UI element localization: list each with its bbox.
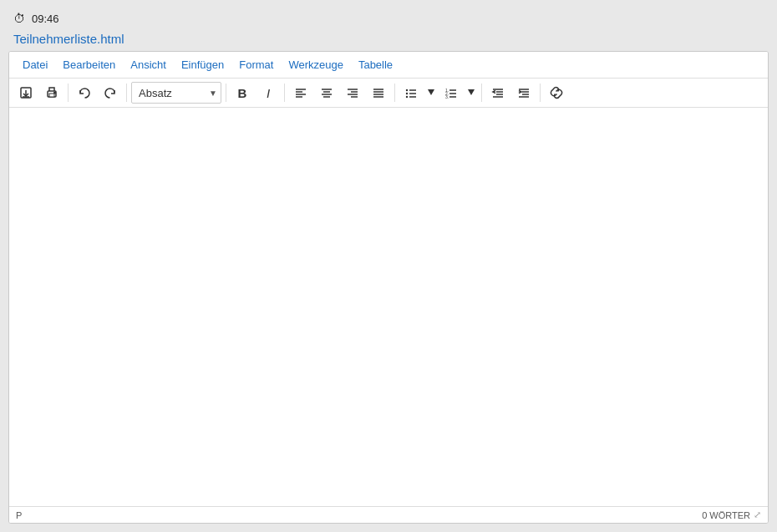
toolbar: Absatz Überschrift 1 Überschrift 2 Übers… bbox=[9, 79, 768, 108]
menu-ansicht[interactable]: Ansicht bbox=[124, 55, 173, 74]
editor-container: Datei Bearbeiten Ansicht Einfügen Format… bbox=[8, 51, 769, 524]
align-justify-button[interactable] bbox=[367, 82, 390, 104]
svg-text:3.: 3. bbox=[445, 94, 449, 99]
menu-bar: Datei Bearbeiten Ansicht Einfügen Format… bbox=[9, 52, 768, 79]
download-button[interactable] bbox=[14, 82, 38, 104]
status-bar: P 0 WÖRTER ⤢ bbox=[9, 506, 768, 523]
time-display: 09:46 bbox=[32, 13, 59, 25]
separator-3 bbox=[226, 84, 226, 102]
status-element: P bbox=[16, 510, 22, 520]
menu-werkzeuge[interactable]: Werkzeuge bbox=[282, 55, 350, 74]
redo-button[interactable] bbox=[99, 82, 122, 104]
resize-handle-icon: ⤢ bbox=[754, 509, 761, 520]
menu-datei[interactable]: Datei bbox=[16, 55, 54, 74]
menu-tabelle[interactable]: Tabelle bbox=[352, 55, 399, 74]
unordered-list-dropdown[interactable] bbox=[425, 82, 437, 104]
svg-point-5 bbox=[54, 92, 56, 94]
italic-button[interactable]: I bbox=[256, 82, 280, 104]
separator-6 bbox=[481, 84, 482, 102]
svg-rect-4 bbox=[49, 94, 54, 97]
clock-icon: ⏱ bbox=[13, 12, 25, 25]
file-title-bar: Teilnehmerliste.html bbox=[8, 30, 769, 51]
style-select-wrapper: Absatz Überschrift 1 Überschrift 2 Übers… bbox=[131, 82, 221, 104]
separator-2 bbox=[126, 84, 127, 102]
svg-point-26 bbox=[406, 96, 408, 98]
menu-bearbeiten[interactable]: Bearbeiten bbox=[56, 55, 122, 74]
separator-1 bbox=[68, 84, 69, 102]
indent-button[interactable] bbox=[512, 82, 536, 104]
separator-7 bbox=[540, 84, 541, 102]
menu-format[interactable]: Format bbox=[232, 55, 280, 74]
align-left-button[interactable] bbox=[289, 82, 312, 104]
top-bar: ⏱ 09:46 bbox=[8, 8, 769, 30]
separator-5 bbox=[394, 84, 395, 102]
svg-point-22 bbox=[406, 89, 408, 91]
svg-marker-28 bbox=[428, 89, 434, 95]
style-select[interactable]: Absatz Überschrift 1 Überschrift 2 Übers… bbox=[131, 82, 221, 104]
ordered-list-dropdown[interactable] bbox=[465, 82, 477, 104]
menu-einfuegen[interactable]: Einfügen bbox=[175, 55, 231, 74]
ordered-list-button[interactable]: 1. 2. 3. bbox=[439, 82, 463, 104]
align-center-button[interactable] bbox=[315, 82, 338, 104]
svg-point-24 bbox=[406, 93, 408, 94]
editor-content[interactable] bbox=[9, 108, 768, 506]
link-button[interactable] bbox=[545, 82, 568, 104]
file-link[interactable]: Teilnehmerliste.html bbox=[13, 32, 124, 46]
align-right-button[interactable] bbox=[341, 82, 364, 104]
unordered-list-button[interactable] bbox=[399, 82, 423, 104]
svg-marker-35 bbox=[468, 89, 475, 95]
bold-button[interactable]: B bbox=[231, 82, 254, 104]
separator-4 bbox=[284, 84, 285, 102]
word-count: 0 WÖRTER bbox=[702, 510, 750, 520]
print-button[interactable] bbox=[40, 82, 63, 104]
outdent-button[interactable] bbox=[486, 82, 510, 104]
undo-button[interactable] bbox=[73, 82, 96, 104]
